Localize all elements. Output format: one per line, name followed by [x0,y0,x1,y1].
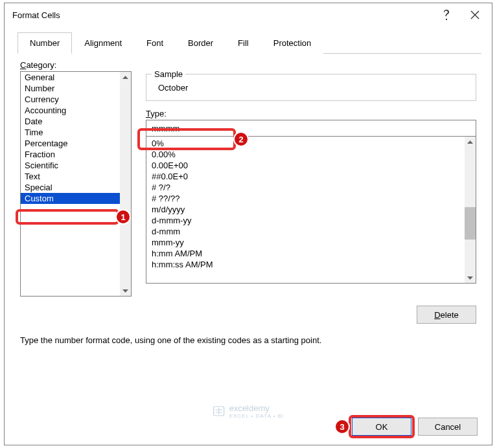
scroll-up-arrow[interactable] [120,72,131,83]
category-item[interactable]: Currency [21,94,120,105]
tab-border[interactable]: Border [176,32,225,54]
category-item[interactable]: Scientific [21,160,120,171]
tab-alignment[interactable]: Alignment [72,32,134,54]
chevron-down-icon [122,289,128,293]
type-item[interactable]: 0.00% [146,149,465,160]
ok-button[interactable]: OK [352,418,411,436]
type-item[interactable]: mmm-yy [146,237,465,248]
sample-label: Sample [152,69,185,79]
category-listbox[interactable]: GeneralNumberCurrencyAccountingDateTimeP… [20,71,132,297]
category-item[interactable]: Text [21,171,120,182]
svg-rect-0 [214,407,224,416]
titlebar: Format Cells [5,3,492,27]
category-item[interactable]: Accounting [21,105,120,116]
sample-value: October [154,83,468,93]
scroll-down-arrow[interactable] [465,272,476,283]
chevron-up-icon [122,76,128,80]
scroll-up-arrow[interactable] [465,137,476,148]
format-cells-dialog: Format Cells NumberAlignmentFontBorderFi… [4,3,492,445]
category-item[interactable]: General [21,72,120,83]
watermark: exceldemy EXCEL • DATA • BI [213,403,284,419]
chevron-down-icon [467,276,473,280]
type-input[interactable] [146,120,476,137]
category-item[interactable]: Fraction [21,149,120,160]
category-item[interactable]: Number [21,83,120,94]
type-item[interactable]: h:mm AM/PM [146,248,465,259]
category-item[interactable]: Special [21,182,120,193]
tab-strip: NumberAlignmentFontBorderFillProtection [17,32,481,54]
dialog-title: Format Cells [12,10,432,20]
type-item[interactable]: ##0.0E+0 [146,171,465,182]
scroll-track[interactable] [120,83,131,285]
question-icon [443,10,450,20]
scroll-track[interactable] [465,148,476,272]
category-item[interactable]: Percentage [21,138,120,149]
type-item[interactable]: 0% [146,138,465,149]
logo-icon [213,405,225,418]
type-item[interactable]: 0.00E+00 [146,160,465,171]
close-icon [470,10,480,19]
cancel-button[interactable]: Cancel [418,418,478,436]
scroll-down-arrow[interactable] [120,285,131,296]
category-item[interactable]: Time [21,127,120,138]
chevron-up-icon [467,140,473,144]
delete-button[interactable]: Delete [417,306,476,324]
type-item[interactable]: h:mm:ss AM/PM [146,259,465,270]
close-button[interactable] [461,5,489,25]
category-label: Category: [20,60,476,70]
scroll-thumb[interactable] [465,207,476,240]
sample-group: Sample October [146,74,476,101]
category-item[interactable]: Date [21,116,120,127]
type-scrollbar[interactable] [465,137,476,283]
description-text: Type the number format code, using one o… [20,335,492,345]
type-item[interactable]: m/d/yyyy [146,204,465,215]
tab-fill[interactable]: Fill [225,32,261,54]
type-item[interactable]: d-mmm [146,226,465,237]
type-label: Type: [146,109,476,118]
category-scrollbar[interactable] [120,72,131,296]
help-button[interactable] [432,5,461,25]
tab-protection[interactable]: Protection [261,32,324,54]
tab-font[interactable]: Font [134,32,176,54]
category-item[interactable]: Custom [21,193,120,204]
tab-number[interactable]: Number [17,32,72,54]
type-listbox[interactable]: 0%0.00%0.00E+00##0.0E+0# ?/?# ??/??m/d/y… [146,136,476,284]
type-item[interactable]: d-mmm-yy [146,215,465,226]
type-item[interactable]: # ??/?? [146,193,465,204]
type-item[interactable]: # ?/? [146,182,465,193]
